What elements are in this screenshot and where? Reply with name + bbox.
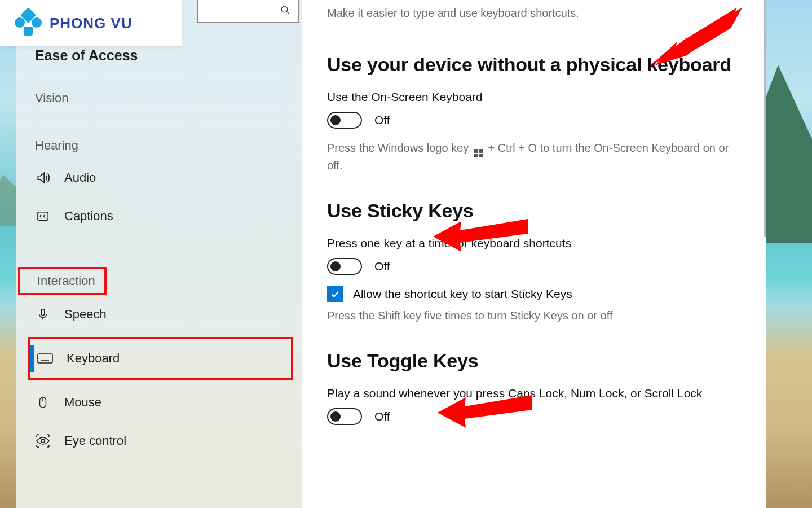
svg-point-0	[281, 6, 288, 12]
setting-label-sticky: Press one key at a time for keyboard sho…	[327, 237, 738, 250]
sidebar-item-label: Speech	[64, 307, 107, 322]
intro-text: Make it easier to type and use keyboard …	[327, 7, 738, 20]
mic-icon	[35, 306, 51, 322]
logo-icon	[15, 10, 42, 37]
sidebar-item-mouse[interactable]: Mouse	[16, 383, 302, 422]
svg-rect-3	[41, 309, 45, 316]
mouse-icon	[35, 395, 51, 410]
keyboard-icon	[37, 351, 53, 366]
nav-group-label: Hearing	[16, 133, 302, 159]
section-heading-physical-keyboard: Use your device without a physical keybo…	[327, 54, 738, 76]
toggle-toggle-keys[interactable]	[327, 408, 362, 425]
svg-line-1	[286, 11, 289, 14]
checkbox-label: Allow the shortcut key to start Sticky K…	[353, 287, 572, 301]
svg-point-14	[41, 439, 45, 443]
checkbox-allow-sticky-shortcut[interactable]	[327, 286, 343, 302]
toggle-state: Off	[374, 410, 390, 423]
toggle-sticky-keys[interactable]	[327, 258, 362, 275]
section-heading-toggle-keys: Use Toggle Keys	[327, 350, 738, 372]
search-input[interactable]	[197, 0, 299, 23]
scrollbar[interactable]	[764, 0, 766, 237]
sidebar-item-label: Mouse	[64, 395, 102, 410]
settings-sidebar: Ease of Access Vision Hearing Audio Capt…	[16, 0, 302, 508]
toggle-state: Off	[374, 113, 390, 127]
nav-group-vision: Vision	[16, 64, 302, 111]
sidebar-item-audio[interactable]: Audio	[16, 159, 302, 197]
sidebar-item-keyboard[interactable]: Keyboard	[28, 337, 293, 380]
toggle-on-screen-keyboard[interactable]	[327, 112, 362, 129]
settings-content: Make it easier to type and use keyboard …	[302, 0, 766, 508]
setting-label-toggle-keys: Play a sound whenever you press Caps Loc…	[327, 387, 738, 400]
logo-text: PHONG VU	[50, 15, 133, 32]
sidebar-item-captions[interactable]: Captions	[16, 197, 302, 235]
nav-group-label: Interaction	[18, 267, 107, 295]
sidebar-item-speech[interactable]: Speech	[16, 295, 302, 334]
setting-label-osk: Use the On-Screen Keyboard	[327, 90, 738, 104]
speaker-icon	[35, 170, 51, 186]
svg-rect-2	[38, 212, 48, 221]
windows-logo-icon	[474, 149, 483, 157]
watermark-logo: PHONG VU	[0, 0, 182, 46]
sidebar-item-eye-control[interactable]: Eye control	[16, 422, 302, 460]
sidebar-item-label: Keyboard	[67, 351, 120, 366]
search-icon	[280, 5, 290, 15]
settings-window: Ease of Access Vision Hearing Audio Capt…	[16, 0, 766, 508]
sidebar-item-label: Audio	[64, 170, 96, 185]
hint-sticky: Press the Shift key five times to turn S…	[327, 308, 738, 324]
cc-icon	[35, 208, 51, 224]
nav-group-interaction: Interaction Speech Keyboard Mouse	[16, 235, 302, 460]
sidebar-item-label: Captions	[64, 209, 113, 224]
svg-rect-5	[38, 354, 52, 363]
sidebar-item-label: Eye control	[64, 433, 126, 448]
hint-osk: Press the Windows logo key + Ctrl + O to…	[327, 140, 738, 174]
eye-icon	[35, 433, 51, 449]
section-heading-sticky-keys: Use Sticky Keys	[327, 200, 738, 222]
nav-group-hearing: Hearing Audio Captions	[16, 111, 302, 235]
nav-group-label: Vision	[16, 85, 302, 111]
toggle-state: Off	[374, 260, 390, 273]
